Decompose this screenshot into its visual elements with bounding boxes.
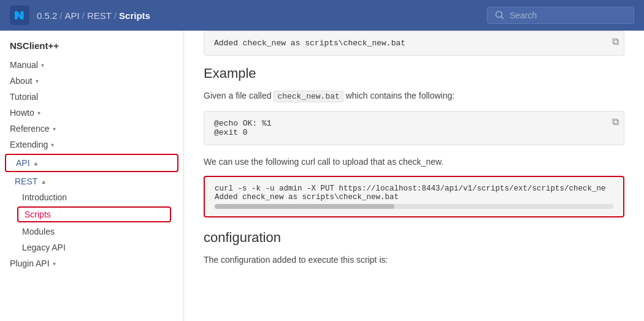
example-prose-text: Given a file called	[204, 91, 272, 100]
logo-icon	[10, 6, 29, 25]
sidebar-item-manual-label: Manual	[10, 60, 38, 70]
example-prose2-text: which contains the following:	[346, 91, 454, 100]
svg-line-3	[502, 17, 504, 20]
sidebar-item-extending-label: Extending	[10, 140, 48, 149]
chevron-down-icon: ▾	[41, 62, 44, 69]
echo-line-2: @exit 0	[214, 128, 614, 137]
header: 0.5.2 / API / REST / Scripts Search	[0, 0, 644, 31]
sidebar-item-scripts[interactable]: Scripts	[18, 208, 170, 221]
sidebar-item-plugin-api-label: Plugin API	[10, 259, 50, 268]
main-content: Added check_new as scripts\check_new.bat…	[184, 31, 644, 321]
scrollbar-thumb	[215, 204, 394, 209]
sidebar-item-scripts-label: Scripts	[25, 210, 51, 219]
first-code-line: Added check_new as scripts\check_new.bat	[214, 39, 405, 48]
chevron-down-icon: ▾	[36, 78, 39, 85]
echo-line-1: @echo OK: %1	[214, 119, 614, 128]
scrollbar-track[interactable]	[215, 204, 613, 209]
sidebar-item-manual[interactable]: Manual ▾	[0, 57, 183, 73]
sidebar-item-rest-label: REST	[15, 176, 37, 186]
sidebar-item-about[interactable]: About ▾	[0, 73, 183, 89]
chevron-down-icon: ▾	[53, 260, 56, 267]
copy-button-1[interactable]: ⧉	[612, 36, 619, 48]
breadcrumb-api[interactable]: API	[65, 10, 80, 21]
search-icon	[495, 10, 505, 20]
svg-rect-1	[16, 15, 24, 17]
chevron-down-icon: ▾	[53, 126, 56, 132]
sidebar-item-howto[interactable]: Howto ▾	[0, 105, 183, 121]
example-title: Example	[204, 66, 624, 81]
config-title: configuration	[204, 230, 624, 246]
curl-line-1: curl -s -k -u admin -X PUT https://local…	[215, 184, 613, 193]
search-box[interactable]: Search	[487, 7, 634, 24]
sidebar-item-plugin-api[interactable]: Plugin API ▾	[0, 255, 183, 271]
curl-line-2: Added check_new as scripts\check_new.bat	[215, 193, 613, 202]
first-code-block: Added check_new as scripts\check_new.bat…	[204, 31, 624, 56]
sidebar-item-howto-label: Howto	[10, 108, 34, 118]
curl-code-block: curl -s -k -u admin -X PUT https://local…	[204, 176, 624, 217]
sidebar-item-introduction-label: Introduction	[22, 192, 67, 202]
breadcrumb: 0.5.2 / API / REST / Scripts	[37, 10, 487, 21]
body: NSClient++ Manual ▾ About ▾ Tutorial How…	[0, 31, 644, 321]
svg-point-2	[496, 12, 502, 18]
example-prose: Given a file called check_new.bat which …	[204, 89, 624, 104]
breadcrumb-sep2: /	[82, 10, 85, 21]
echo-code-block: @echo OK: %1 @exit 0 ⧉	[204, 111, 624, 145]
breadcrumb-sep1: /	[59, 10, 62, 21]
chevron-up-icon: ▲	[33, 160, 39, 167]
sidebar-item-api[interactable]: API ▲	[6, 155, 177, 171]
sidebar-item-tutorial[interactable]: Tutorial	[0, 89, 183, 105]
sidebar-item-extending[interactable]: Extending ▾	[0, 137, 183, 153]
sidebar-item-modules[interactable]: Modules	[0, 224, 183, 240]
chevron-down-icon: ▾	[37, 110, 40, 116]
prose-2: We can use the following curl call to up…	[204, 155, 624, 168]
sidebar-item-legacy-api-label: Legacy API	[22, 243, 66, 252]
sidebar-item-reference-label: Reference	[10, 124, 50, 134]
breadcrumb-version[interactable]: 0.5.2	[37, 10, 57, 21]
copy-button-2[interactable]: ⧉	[612, 116, 619, 128]
breadcrumb-sep3: /	[114, 10, 117, 21]
example-inline-code: check_new.bat	[274, 91, 343, 102]
sidebar-item-about-label: About	[10, 76, 33, 86]
chevron-down-icon: ▾	[51, 142, 54, 148]
sidebar-item-introduction[interactable]: Introduction	[0, 189, 183, 205]
sidebar-item-legacy-api[interactable]: Legacy API	[0, 240, 183, 255]
config-prose: The configuration added to execute this …	[204, 253, 624, 266]
sidebar-item-api-label: API	[16, 158, 30, 168]
chevron-up-icon: ▲	[40, 178, 47, 185]
sidebar-item-tutorial-label: Tutorial	[10, 92, 38, 102]
sidebar-item-modules-label: Modules	[22, 227, 55, 236]
sidebar-brand: NSClient++	[0, 38, 183, 57]
breadcrumb-rest[interactable]: REST	[87, 10, 112, 21]
sidebar-item-rest[interactable]: REST ▲	[0, 173, 183, 189]
sidebar-item-reference[interactable]: Reference ▾	[0, 121, 183, 137]
sidebar: NSClient++ Manual ▾ About ▾ Tutorial How…	[0, 31, 184, 321]
breadcrumb-current: Scripts	[119, 10, 150, 21]
search-placeholder: Search	[510, 10, 537, 20]
